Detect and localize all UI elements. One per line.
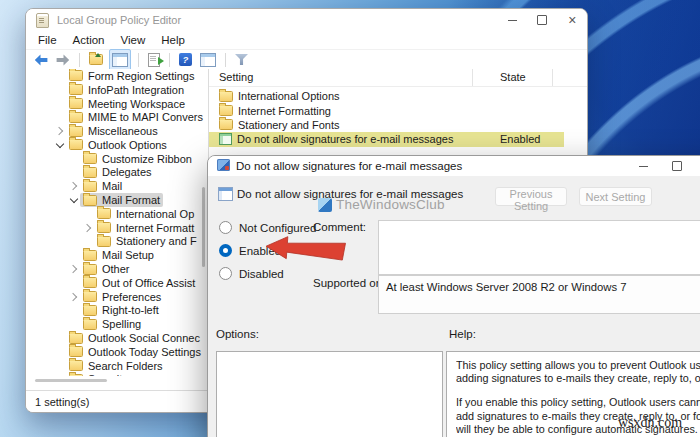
folder-icon xyxy=(97,208,111,219)
radio-selected-icon xyxy=(219,244,232,257)
action-pane-icon[interactable] xyxy=(198,51,218,69)
status-text: 1 setting(s) xyxy=(35,396,89,408)
setting-row-highlighted[interactable]: Do not allow signatures for e-mail messa… xyxy=(209,132,587,146)
close-button[interactable] xyxy=(557,9,587,31)
tree-item[interactable]: Outlook Today Settings xyxy=(26,345,208,359)
tree-item[interactable]: International Op xyxy=(26,207,208,221)
next-setting-button[interactable]: Next Setting xyxy=(579,187,652,206)
dialog-maximize-button[interactable] xyxy=(663,156,691,176)
folder-up-icon[interactable] xyxy=(87,51,105,69)
folder-icon xyxy=(83,250,97,261)
tree-item[interactable]: MIME to MAPI Convers xyxy=(26,110,208,124)
folder-icon xyxy=(69,139,83,150)
tree-item[interactable]: Out of Office Assist xyxy=(26,276,208,290)
tree-item[interactable]: Stationery and F xyxy=(26,235,208,249)
tree-horizontal-scrollbar[interactable] xyxy=(35,379,107,382)
previous-setting-button[interactable]: Previous Setting xyxy=(495,187,567,206)
comment-label: Comment: xyxy=(313,221,366,233)
setting-row[interactable]: Internet Formatting xyxy=(209,103,587,117)
column-header-state[interactable]: State xyxy=(500,71,526,83)
tree-item[interactable]: Delegates xyxy=(26,166,208,180)
menu-file[interactable]: File xyxy=(30,34,65,46)
tree-item[interactable]: InfoPath Integration xyxy=(26,83,208,97)
red-arrow-annotation xyxy=(263,233,349,265)
radio-not-configured[interactable]: Not Configured xyxy=(219,221,316,234)
tree-item[interactable]: Internet Formatt xyxy=(26,221,208,235)
console-tree-icon[interactable] xyxy=(109,49,131,71)
radio-icon xyxy=(219,267,232,280)
toolbar-separator xyxy=(169,53,170,67)
radio-disabled[interactable]: Disabled xyxy=(219,267,284,280)
tree-vertical-scrollbar[interactable] xyxy=(202,187,205,267)
folder-icon xyxy=(69,84,83,95)
tree-item[interactable]: Search Folders xyxy=(26,359,208,373)
folder-icon xyxy=(83,305,97,316)
tree-item[interactable]: Mail Setup xyxy=(26,248,208,262)
tree-item[interactable]: Right-to-left xyxy=(26,304,208,318)
menu-bar: File Action View Help xyxy=(26,31,587,50)
chevron-down-icon[interactable] xyxy=(54,143,66,147)
menu-help[interactable]: Help xyxy=(153,34,193,46)
chevron-right-icon[interactable] xyxy=(68,294,80,300)
folder-icon xyxy=(97,222,111,233)
wsxdn-watermark: wsxdn.com xyxy=(618,415,682,431)
menu-action[interactable]: Action xyxy=(65,34,113,46)
toolbar-separator xyxy=(138,53,139,67)
column-header-setting[interactable]: Setting xyxy=(219,71,253,83)
folder-icon xyxy=(83,181,97,192)
tree-item[interactable]: Outlook Options xyxy=(26,138,208,152)
tree: Form Region Settings InfoPath Integratio… xyxy=(26,69,208,376)
column-separator[interactable] xyxy=(552,69,553,86)
comment-input[interactable] xyxy=(378,220,700,275)
tree-item[interactable]: Other xyxy=(26,262,208,276)
dialog-title: Do not allow signatures for e-mail messa… xyxy=(236,156,462,176)
folder-icon xyxy=(69,126,83,137)
options-panel[interactable] xyxy=(216,351,443,437)
tree-item[interactable]: Meeting Workspace xyxy=(26,97,208,111)
folder-icon xyxy=(69,70,83,81)
policy-dialog: Do not allow signatures for e-mail messa… xyxy=(207,155,700,437)
chevron-right-icon[interactable] xyxy=(68,183,80,189)
folder-icon xyxy=(219,91,233,102)
column-separator[interactable] xyxy=(472,69,473,86)
thewindowsclub-logo-icon xyxy=(318,198,332,212)
tree-item[interactable]: Preferences xyxy=(26,290,208,304)
folder-icon xyxy=(97,236,111,247)
help-icon[interactable] xyxy=(177,51,194,69)
menu-view[interactable]: View xyxy=(113,34,154,46)
tree-item[interactable]: Security xyxy=(26,373,208,376)
tree-item[interactable]: Mail xyxy=(26,179,208,193)
window-controls xyxy=(497,9,587,31)
setting-row[interactable]: Stationery and Fonts xyxy=(209,118,587,132)
forward-icon[interactable] xyxy=(54,51,72,69)
folder-icon xyxy=(83,277,97,288)
export-list-icon[interactable] xyxy=(146,51,162,69)
tree-item[interactable]: Spelling xyxy=(26,317,208,331)
filter-icon[interactable] xyxy=(233,51,250,69)
dialog-minimize-button[interactable] xyxy=(629,156,657,176)
thewindowsclub-watermark: TheWindowsClub xyxy=(318,197,445,212)
folder-icon xyxy=(83,319,97,330)
dialog-titlebar[interactable]: Do not allow signatures for e-mail messa… xyxy=(208,156,700,176)
chevron-right-icon[interactable] xyxy=(68,266,80,272)
tree-item[interactable]: Customize Ribbon xyxy=(26,152,208,166)
tree-item[interactable]: Form Region Settings xyxy=(26,69,208,83)
back-icon[interactable] xyxy=(32,51,50,69)
folder-icon xyxy=(69,346,83,357)
maximize-button[interactable] xyxy=(527,9,557,31)
help-label: Help: xyxy=(449,328,476,340)
toolbar-separator xyxy=(79,53,80,67)
chevron-right-icon[interactable] xyxy=(82,225,94,231)
folder-icon xyxy=(83,264,97,275)
folder-icon xyxy=(219,105,233,116)
tree-item[interactable]: Outlook Social Connec xyxy=(26,331,208,345)
chevron-right-icon[interactable] xyxy=(54,128,66,134)
chevron-down-icon[interactable] xyxy=(68,198,80,202)
setting-row[interactable]: International Options xyxy=(209,89,587,103)
tree-item[interactable]: Miscellaneous xyxy=(26,124,208,138)
titlebar[interactable]: Local Group Policy Editor xyxy=(26,9,587,31)
tree-item-selected[interactable]: Mail Format xyxy=(26,193,208,207)
minimize-button[interactable] xyxy=(497,9,527,31)
folder-icon xyxy=(219,119,233,130)
toolbar-separator xyxy=(225,53,226,67)
